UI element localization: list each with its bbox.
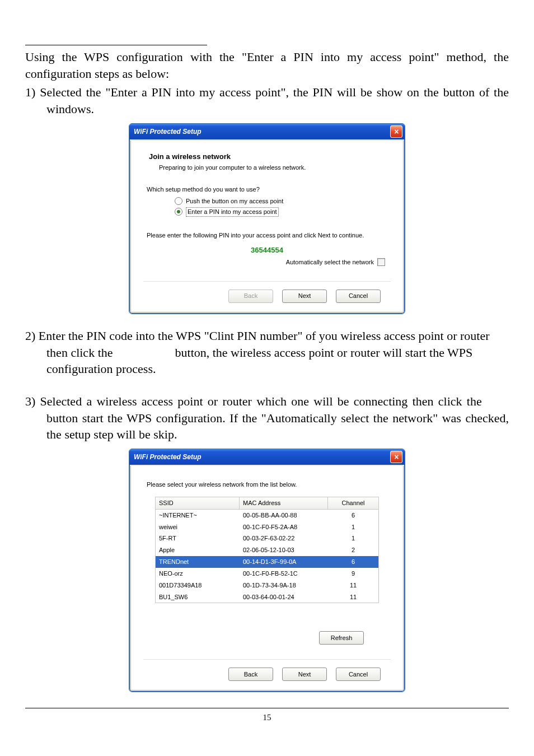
close-icon[interactable]: × — [390, 125, 402, 138]
auto-select-label: Automatically select the network — [286, 258, 374, 267]
cell-channel: 11 — [328, 580, 378, 591]
cancel-button[interactable]: Cancel — [336, 668, 381, 681]
cell-ssid: 001D73349A18 — [156, 580, 240, 591]
cell-channel: 1 — [328, 533, 378, 544]
pin-value: 36544554 — [143, 245, 391, 255]
table-row[interactable]: BU1_SW600-03-64-00-01-2411 — [156, 591, 378, 603]
cell-channel: 9 — [328, 568, 378, 580]
next-button[interactable]: Next — [282, 290, 327, 303]
window-title: WiFi Protected Setup — [134, 452, 202, 461]
intro-paragraph: Using the WPS configuration with the "En… — [25, 49, 509, 82]
cell-channel: 1 — [328, 521, 378, 533]
title-bar: WiFi Protected Setup × — [129, 124, 405, 139]
dialog-subheading: Preparing to join your computer to a wir… — [159, 164, 391, 172]
cell-mac: 00-1C-F0-FB-52-1C — [240, 568, 328, 580]
cell-mac: 00-03-2F-63-02-22 — [240, 533, 328, 544]
cell-ssid: BU1_SW6 — [156, 591, 240, 603]
cell-ssid: weiwei — [156, 521, 240, 533]
cell-ssid: TRENDnet — [156, 556, 240, 568]
table-row[interactable]: NEO-orz00-1C-F0-FB-52-1C9 — [156, 568, 378, 580]
close-icon[interactable]: × — [390, 451, 402, 463]
table-row[interactable]: TRENDnet00-14-D1-3F-99-0A6 — [156, 556, 378, 568]
cell-ssid: 5F-RT — [156, 533, 240, 544]
cell-ssid: Apple — [156, 544, 240, 556]
table-row[interactable]: ~INTERNET~00-05-BB-AA-00-886 — [156, 510, 378, 521]
radio-icon — [175, 197, 182, 205]
cell-ssid: NEO-orz — [156, 568, 240, 580]
cell-mac: 00-14-D1-3F-99-0A — [240, 556, 328, 568]
cell-ssid: ~INTERNET~ — [156, 510, 240, 521]
checkbox-icon[interactable] — [377, 258, 385, 266]
cell-channel: 2 — [328, 544, 378, 556]
step-3: 3) Selected a wireless access point or r… — [25, 393, 509, 443]
cell-mac: 00-05-BB-AA-00-88 — [240, 510, 328, 521]
table-row[interactable]: 001D73349A1800-1D-73-34-9A-1811 — [156, 580, 378, 591]
cell-channel: 6 — [328, 556, 378, 568]
cell-mac: 00-1C-F0-F5-2A-A8 — [240, 521, 328, 533]
auto-select-row[interactable]: Automatically select the network — [143, 258, 385, 267]
table-row[interactable]: weiwei00-1C-F0-F5-2A-A81 — [156, 521, 378, 533]
cancel-button[interactable]: Cancel — [336, 290, 381, 303]
radio-label: Push the button on my access point — [186, 197, 283, 206]
title-bar: WiFi Protected Setup × — [129, 449, 405, 465]
select-network-instruction: Please select your wireless network from… — [147, 480, 387, 489]
header-rule — [25, 45, 207, 45]
dialog-heading: Join a wireless network — [149, 152, 391, 162]
button-row: Back Next Cancel — [143, 659, 391, 682]
radio-enter-pin[interactable]: Enter a PIN into my access point — [175, 207, 391, 217]
cell-channel: 6 — [328, 510, 378, 521]
radio-label: Enter a PIN into my access point — [186, 207, 279, 217]
back-button[interactable]: Back — [228, 668, 273, 681]
col-ssid: SSID — [156, 497, 240, 509]
radio-icon-selected — [175, 208, 182, 216]
refresh-button[interactable]: Refresh — [319, 631, 364, 645]
wps-dialog-pin: WiFi Protected Setup × Join a wireless n… — [129, 123, 405, 314]
col-channel: Channel — [328, 497, 378, 509]
page-number: 15 — [25, 712, 509, 723]
network-table: SSID MAC Address Channel ~INTERNET~00-05… — [155, 497, 379, 604]
step-1: 1) Selected the "Enter a PIN into my acc… — [25, 84, 509, 117]
cell-mac: 00-1D-73-34-9A-18 — [240, 580, 328, 591]
pin-instruction: Please enter the following PIN into your… — [147, 231, 391, 240]
document-page: Using the WPS configuration with the "En… — [0, 0, 534, 740]
step-2: 2) Enter the PIN code into the WPS "Clin… — [25, 328, 509, 377]
table-header: SSID MAC Address Channel — [156, 497, 378, 510]
button-row: Back Next Cancel — [143, 281, 391, 304]
back-button: Back — [228, 290, 273, 303]
wps-dialog-select-network: WiFi Protected Setup × Please select you… — [129, 449, 405, 692]
table-row[interactable]: 5F-RT00-03-2F-63-02-221 — [156, 533, 378, 544]
cell-channel: 11 — [328, 591, 378, 603]
setup-method-question: Which setup method do you want to use? — [147, 185, 391, 194]
cell-mac: 00-03-64-00-01-24 — [240, 591, 328, 603]
col-mac: MAC Address — [240, 497, 328, 509]
next-button[interactable]: Next — [282, 668, 327, 681]
radio-push-button[interactable]: Push the button on my access point — [175, 197, 391, 206]
table-row[interactable]: Apple02-06-05-12-10-032 — [156, 544, 378, 556]
window-title: WiFi Protected Setup — [134, 127, 202, 136]
footer-rule — [25, 708, 509, 708]
cell-mac: 02-06-05-12-10-03 — [240, 544, 328, 556]
